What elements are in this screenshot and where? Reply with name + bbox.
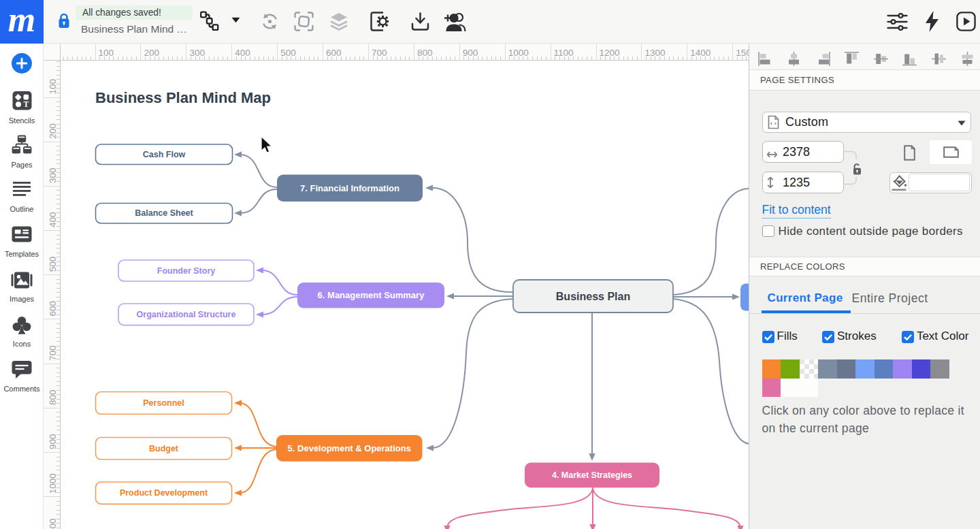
svg-text:200: 200 — [144, 48, 160, 58]
svg-text:Business Plan: Business Plan — [556, 291, 630, 302]
svg-text:1400: 1400 — [690, 48, 710, 58]
svg-text:400: 400 — [48, 212, 58, 228]
svg-text:900: 900 — [48, 434, 58, 450]
svg-text:1300: 1300 — [644, 48, 665, 58]
svg-text:Budget: Budget — [149, 444, 179, 453]
svg-text:Personnel: Personnel — [143, 398, 184, 408]
svg-text:1500: 1500 — [736, 48, 749, 58]
svg-text:1200: 1200 — [600, 48, 620, 58]
svg-text:Organizational Structure: Organizational Structure — [137, 310, 236, 319]
svg-text:Balance Sheet: Balance Sheet — [135, 208, 193, 218]
svg-text:800: 800 — [417, 48, 433, 58]
svg-text:500: 500 — [48, 257, 58, 272]
svg-text:5. Development & Operations: 5. Development & Operations — [288, 443, 411, 453]
svg-text:700: 700 — [48, 345, 58, 361]
svg-text:Founder Story: Founder Story — [157, 266, 215, 276]
svg-text:500: 500 — [280, 48, 296, 58]
svg-text:7. Financial Information: 7. Financial Information — [300, 183, 399, 193]
svg-text:600: 600 — [48, 301, 58, 317]
svg-text:T: T — [23, 100, 29, 108]
svg-text:1100: 1100 — [48, 518, 58, 529]
svg-text:100: 100 — [48, 79, 58, 95]
svg-text:Cash Flow: Cash Flow — [143, 150, 186, 159]
svg-text:700: 700 — [372, 48, 387, 58]
svg-text:Business Plan Mind Map: Business Plan Mind Map — [95, 89, 271, 106]
svg-text:6. Management Summary: 6. Management Summary — [318, 290, 425, 300]
svg-text:900: 900 — [463, 48, 478, 58]
svg-text:300: 300 — [48, 167, 58, 183]
svg-text:1000: 1000 — [48, 473, 58, 494]
svg-text:100: 100 — [99, 48, 114, 58]
svg-text:Product Development: Product Development — [120, 488, 208, 498]
svg-text:400: 400 — [235, 48, 250, 58]
svg-text:200: 200 — [48, 123, 58, 139]
svg-text:1100: 1100 — [554, 48, 574, 58]
svg-text:300: 300 — [189, 48, 205, 58]
svg-text:600: 600 — [326, 48, 342, 58]
svg-text:1000: 1000 — [508, 48, 529, 58]
svg-text:800: 800 — [48, 389, 58, 405]
svg-text:4. Market Strategies: 4. Market Strategies — [552, 470, 632, 480]
